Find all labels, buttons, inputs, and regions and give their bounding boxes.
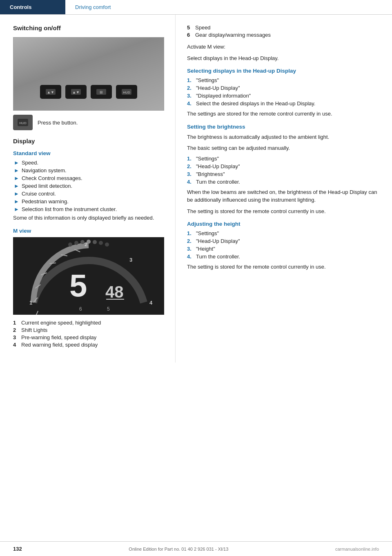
driving-comfort-label: Driving comfort	[75, 4, 111, 10]
height-text-4: Turn the controller.	[196, 254, 240, 260]
item-text-4: Red warning field, speed display	[21, 342, 98, 348]
page-footer: 132 Online Edition for Part no. 01 40 2 …	[0, 541, 392, 556]
svg-text:4: 4	[149, 300, 153, 306]
ctrl-btn-icon-1: ▲▼	[45, 88, 56, 96]
selecting-text-2: "Head-Up Display"	[196, 85, 240, 91]
height-num-1: 1.	[187, 230, 196, 236]
svg-text:HUD: HUD	[123, 91, 130, 94]
svg-text:6: 6	[79, 306, 82, 312]
selecting-num-2: 2.	[187, 85, 196, 91]
svg-text:5: 5	[107, 306, 110, 312]
bullet-arrow-5: ►	[14, 191, 19, 197]
bullet-text-6: Pedestrian warning.	[22, 198, 69, 205]
height-step-1: 1. "Settings"	[187, 230, 382, 236]
item-text-3: Pre-warning field, speed display	[21, 334, 96, 340]
display-title: Display	[13, 138, 165, 145]
standard-view-note: Some of this information is only display…	[13, 214, 165, 222]
brightness-text-1: The brightness is automatically adjusted…	[187, 133, 382, 141]
height-note: The setting is stored for the remote con…	[187, 263, 382, 271]
selecting-steps: 1. "Settings" 2. "Head-Up Display" 3. "D…	[187, 77, 382, 107]
height-num-2: 2.	[187, 238, 196, 244]
m-view-gauge: 1 2 3 4 5 48 6 5	[13, 237, 164, 315]
item-6-text: Gear display/warning messages	[195, 32, 271, 38]
brightness-num-4: 4.	[187, 179, 196, 185]
item-5: 5 Speed	[187, 24, 382, 31]
height-text-1: "Settings"	[196, 230, 219, 236]
selecting-num-4: 4.	[187, 100, 196, 107]
hud-button-icon: HUD	[13, 115, 33, 130]
selecting-note: The settings are stored for the remote c…	[187, 110, 382, 118]
item-num-2: 2	[13, 327, 21, 333]
selecting-displays-title: Selecting displays in the Head-up Displa…	[187, 68, 382, 74]
svg-text:3: 3	[129, 257, 132, 263]
brightness-num-2: 2.	[187, 163, 196, 169]
bullet-arrow-6: ►	[14, 198, 19, 205]
logo-text: carmanualsonline.info	[335, 547, 379, 552]
left-column: Switching on/off ▲▼ ▲▼	[0, 15, 176, 363]
switching-title: Switching on/off	[13, 24, 165, 31]
brightness-step-2: 2. "Head-Up Display"	[187, 163, 382, 169]
selecting-num-1: 1.	[187, 77, 196, 83]
bullet-cruise: ► Cruise control.	[13, 191, 165, 197]
right-column: 5 Speed 6 Gear display/warning messages …	[176, 15, 392, 363]
brightness-text-step-3: "Brightness"	[196, 171, 225, 177]
brightness-text-step-2: "Head-Up Display"	[196, 163, 240, 169]
m-view-title: M view	[13, 228, 165, 234]
m-view-items: 1 Current engine speed, highlighted 2 Sh…	[13, 320, 165, 348]
m-view-item-3: 3 Pre-warning field, speed display	[13, 334, 165, 340]
ctrl-btn-2: ▲▼	[65, 85, 87, 99]
selecting-step-4: 4. Select the desired displays in the He…	[187, 100, 382, 107]
height-step-3: 3. "Height"	[187, 246, 382, 252]
svg-text:2: 2	[85, 241, 87, 247]
item-text-2: Shift Lights	[21, 327, 47, 333]
adjusting-height-title: Adjusting the height	[187, 221, 382, 227]
height-step-2: 2. "Head-Up Display"	[187, 238, 382, 244]
brightness-note-2: The setting is stored for the remote con…	[187, 207, 382, 216]
bullet-check: ► Check Control messages.	[13, 175, 165, 181]
bullet-text-3: Check Control messages.	[22, 175, 82, 181]
selecting-step-1: 1. "Settings"	[187, 77, 382, 83]
press-button-text: Press the button.	[38, 120, 78, 126]
height-steps: 1. "Settings" 2. "Head-Up Display" 3. "H…	[187, 230, 382, 260]
bullet-pedestrian: ► Pedestrian warning.	[13, 198, 165, 205]
brightness-num-3: 3.	[187, 171, 196, 177]
main-content: Switching on/off ▲▼ ▲▼	[0, 15, 392, 363]
svg-point-22	[68, 242, 72, 247]
svg-text:HUD: HUD	[19, 121, 27, 125]
height-num-3: 3.	[187, 246, 196, 252]
item-5-num: 5	[187, 24, 195, 31]
ctrl-btn-4: HUD	[116, 85, 137, 99]
svg-text:▲▼: ▲▼	[72, 90, 80, 94]
item-5-text: Speed	[195, 24, 211, 31]
bullet-selection: ► Selection list from the instrument clu…	[13, 206, 165, 212]
svg-text:▲▼: ▲▼	[47, 90, 54, 94]
svg-point-23	[74, 241, 78, 245]
item-text-1: Current engine speed, highlighted	[21, 320, 101, 326]
svg-text:5: 5	[69, 267, 87, 303]
header-driving-tab: Driving comfort	[65, 0, 120, 14]
header-controls-tab: Controls	[0, 0, 65, 14]
m-view-item-1: 1 Current engine speed, highlighted	[13, 320, 165, 326]
activate-m-view-sub: Select displays in the Head-up Display.	[187, 54, 382, 62]
gauge-svg: 1 2 3 4 5 48 6 5	[13, 237, 164, 315]
activate-m-view-text: Activate M view:	[187, 43, 382, 51]
selecting-step-3: 3. "Displayed information"	[187, 93, 382, 99]
brightness-step-4: 4. Turn the controller.	[187, 179, 382, 185]
item-num-4: 4	[13, 342, 21, 348]
items-5-6: 5 Speed 6 Gear display/warning messages	[187, 24, 382, 38]
controls-label: Controls	[10, 4, 31, 10]
selecting-text-4: Select the desired displays in the Head-…	[196, 100, 315, 107]
controls-photo: ▲▼ ▲▼ ⊞	[13, 37, 164, 111]
ctrl-btn-icon-4: HUD	[121, 88, 132, 96]
bullet-arrow-2: ►	[14, 167, 19, 173]
selecting-num-3: 3.	[187, 93, 196, 99]
standard-view-bullets: ► Speed. ► Navigation system. ► Check Co…	[13, 160, 165, 212]
height-num-4: 4.	[187, 254, 196, 260]
bullet-arrow-4: ►	[14, 183, 19, 189]
svg-point-24	[80, 240, 85, 244]
brightness-step-1: 1. "Settings"	[187, 156, 382, 162]
height-text-2: "Head-Up Display"	[196, 238, 240, 244]
page-number: 132	[13, 546, 22, 552]
item-num-1: 1	[13, 320, 21, 326]
m-view-item-4: 4 Red warning field, speed display	[13, 342, 165, 348]
